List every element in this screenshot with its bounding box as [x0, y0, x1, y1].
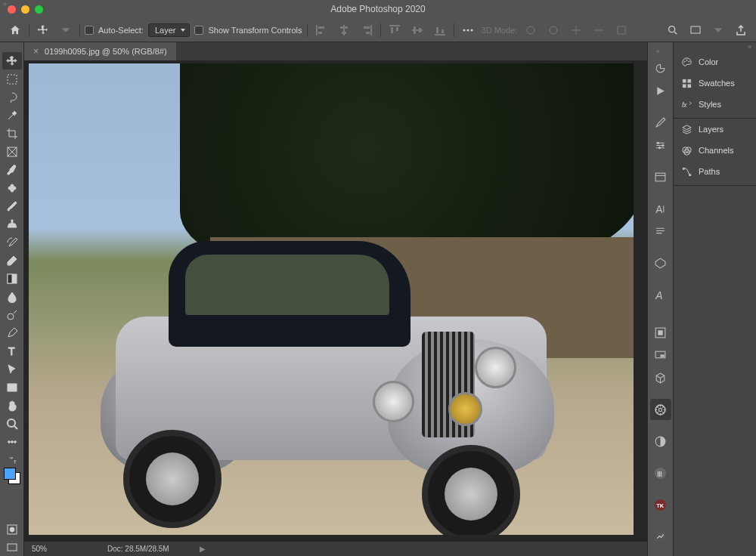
blur-tool[interactable]	[2, 288, 22, 305]
align-horizontal-centers-icon[interactable]	[335, 21, 353, 39]
svg-point-42	[657, 141, 659, 144]
foreground-color-swatch[interactable]	[4, 468, 16, 480]
3d-panel-icon[interactable]	[650, 367, 671, 388]
3d-roll-icon	[544, 21, 562, 39]
pen-tool[interactable]	[2, 324, 22, 341]
app-title: Adobe Photoshop 2020	[330, 4, 425, 14]
paths-panel-tab[interactable]: Paths	[674, 161, 756, 182]
channels-panel-tab[interactable]: Channels	[674, 140, 756, 161]
svg-rect-11	[396, 27, 398, 31]
document-tab[interactable]: × 0199h0095.jpg @ 50% (RGB/8#)	[24, 42, 176, 60]
move-tool-icon[interactable]	[34, 21, 52, 39]
close-tab-icon[interactable]: ×	[33, 46, 39, 57]
paragraph-panel-icon[interactable]	[650, 221, 671, 242]
svg-rect-15	[435, 34, 445, 36]
swatches-panel-tab[interactable]: Swatches	[674, 73, 756, 94]
quick-mask-button[interactable]	[2, 520, 22, 538]
layers-panel-tab[interactable]: Layers	[674, 119, 756, 140]
brush-settings-icon[interactable]	[650, 112, 671, 133]
plugin-panel-icon-1[interactable]	[650, 399, 671, 420]
svg-rect-34	[8, 384, 17, 391]
character-panel-icon[interactable]: A	[650, 198, 671, 219]
gradient-tool[interactable]	[2, 270, 22, 287]
status-menu-icon[interactable]: ▶	[200, 545, 206, 553]
minimize-window-button[interactable]	[21, 5, 29, 14]
auto-select-target-dropdown[interactable]: Layer	[148, 23, 191, 37]
svg-point-22	[550, 26, 557, 34]
3d-pan-icon	[567, 21, 585, 39]
plugin-panel-icon-2[interactable]	[650, 431, 671, 452]
move-tool[interactable]	[2, 52, 22, 70]
align-right-edges-icon[interactable]	[358, 21, 376, 39]
eraser-tool[interactable]	[2, 252, 22, 269]
document-image[interactable]	[29, 63, 634, 535]
properties-panel-icon[interactable]	[650, 322, 671, 343]
canvas-area: × 0199h0095.jpg @ 50% (RGB/8#)	[24, 42, 647, 556]
dodge-tool[interactable]	[2, 306, 22, 323]
spot-heal-tool[interactable]	[2, 179, 22, 196]
actions-panel-icon[interactable]	[650, 80, 671, 101]
clone-stamp-tool[interactable]	[2, 215, 22, 233]
align-vertical-centers-icon[interactable]	[408, 21, 426, 39]
close-window-button[interactable]	[8, 5, 16, 14]
canvas[interactable]	[24, 60, 647, 556]
collapse-toolbar-icon[interactable]: »	[0, 0, 7, 9]
marquee-tool[interactable]	[2, 70, 22, 88]
more-align-options-icon[interactable]	[459, 21, 477, 39]
rectangle-shape-tool[interactable]	[2, 378, 22, 396]
libraries-panel-icon[interactable]	[650, 166, 671, 187]
svg-text:Ⅲ: Ⅲ	[657, 469, 662, 477]
svg-text:A: A	[655, 289, 662, 301]
magic-wand-tool[interactable]	[2, 107, 22, 124]
collapse-panel-group-icon[interactable]: »	[674, 42, 756, 51]
plugin-panel-icon-4[interactable]	[650, 526, 671, 547]
info-panel-icon[interactable]	[650, 252, 671, 273]
plugin-panel-icon-3[interactable]: Ⅲ	[650, 462, 671, 483]
edit-toolbar-button[interactable]	[2, 433, 22, 450]
svg-point-19	[466, 29, 469, 31]
adjustments-panel-icon[interactable]	[650, 134, 671, 156]
lasso-tool[interactable]	[2, 88, 22, 106]
share-icon[interactable]	[732, 21, 750, 39]
color-panel-tab[interactable]: Color	[674, 51, 756, 73]
type-tool[interactable]: T	[2, 342, 22, 360]
tool-preset-dropdown[interactable]	[57, 21, 75, 39]
svg-point-36	[8, 440, 10, 443]
styles-panel-tab[interactable]: fxStyles	[674, 94, 756, 115]
history-panel-icon[interactable]	[650, 57, 671, 79]
eyedropper-tool[interactable]	[2, 161, 22, 178]
3d-mode-label: 3D Mode:	[482, 26, 518, 35]
path-select-tool[interactable]	[2, 360, 22, 378]
screen-mode-dropdown-icon[interactable]	[709, 21, 727, 39]
history-brush-tool[interactable]	[2, 233, 22, 251]
zoom-tool[interactable]	[2, 415, 22, 432]
screen-mode-icon[interactable]	[686, 21, 705, 39]
3d-scale-icon	[612, 21, 631, 39]
navigator-panel-icon[interactable]	[650, 344, 671, 366]
screen-mode-button[interactable]	[2, 539, 22, 556]
show-transform-checkbox[interactable]	[194, 26, 203, 35]
auto-select-checkbox[interactable]	[85, 26, 94, 35]
color-swatches[interactable]	[2, 466, 22, 486]
svg-rect-49	[658, 330, 662, 335]
search-icon[interactable]	[664, 21, 682, 39]
collapse-panels-icon[interactable]: «	[656, 47, 665, 56]
crop-tool[interactable]	[2, 125, 22, 142]
maximize-window-button[interactable]	[35, 5, 43, 14]
zoom-level[interactable]: 50%	[32, 545, 77, 553]
plugin-panel-tk-icon[interactable]: TK	[650, 494, 671, 515]
svg-rect-23	[618, 26, 625, 34]
brush-tool[interactable]	[2, 197, 22, 215]
align-bottom-edges-icon[interactable]	[431, 21, 449, 39]
hand-tool[interactable]	[2, 397, 22, 414]
frame-tool[interactable]	[2, 143, 22, 160]
panel-label: Swatches	[699, 79, 735, 88]
svg-point-24	[669, 26, 675, 32]
home-button[interactable]	[6, 21, 24, 39]
svg-rect-2	[318, 32, 322, 34]
align-top-edges-icon[interactable]	[386, 21, 404, 39]
doc-size[interactable]: Doc: 28.5M/28.5M	[107, 545, 169, 553]
glyphs-panel-icon[interactable]: A	[650, 284, 671, 305]
align-left-edges-icon[interactable]	[312, 21, 330, 39]
swap-colors-icon[interactable]	[2, 456, 22, 466]
